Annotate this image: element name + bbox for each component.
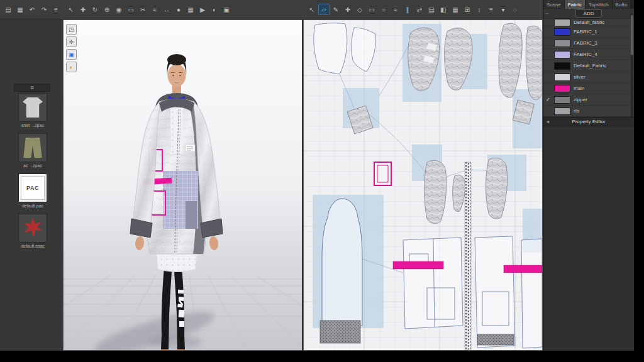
main-toolbar: ▤ ▦ ↶ ↷ ≡ ↖ ✚ ↻ ⊕ ◉ ▭ bbox=[0, 0, 543, 19]
segment-sewing-icon[interactable]: ∥ bbox=[402, 4, 413, 15]
library-panel-icon[interactable]: ▦ bbox=[14, 4, 26, 15]
circle-tool-icon[interactable]: ○ bbox=[378, 4, 389, 15]
avatar-foot-right bbox=[175, 349, 187, 350]
menu-icon[interactable]: ≡ bbox=[50, 4, 62, 15]
sewing-tool-icon[interactable]: ≈ bbox=[149, 4, 160, 15]
symmetric-tool-icon[interactable]: ⇄ bbox=[414, 4, 425, 15]
garment-design-app-window: ▤ ▦ ↶ ↷ ≡ ↖ ✚ ↻ ⊕ ◉ ▭ bbox=[0, 0, 644, 362]
simulate-icon[interactable]: ▶ bbox=[197, 4, 208, 15]
fabric-name-label: Default_Fabric bbox=[574, 63, 606, 69]
panel-tab[interactable]: Topstitch bbox=[586, 0, 613, 9]
coat[interactable] bbox=[130, 99, 223, 255]
select-tool-icon[interactable]: ↖ bbox=[65, 4, 77, 15]
redo-icon[interactable]: ↷ bbox=[38, 4, 50, 15]
avatar-display-icon[interactable]: ● bbox=[173, 4, 184, 15]
scissors-tool-icon[interactable]: ✂ bbox=[137, 4, 148, 15]
fabric-swatch[interactable] bbox=[554, 62, 570, 70]
fabric-swatch[interactable] bbox=[554, 40, 570, 47]
more-tools-icon[interactable]: ▾ bbox=[497, 4, 509, 15]
avatar-face bbox=[168, 64, 186, 87]
avatar-eye-right bbox=[179, 75, 180, 76]
library-file-item[interactable]: default.zpac bbox=[14, 214, 52, 248]
library-file-item[interactable]: PAC default.pac bbox=[14, 173, 52, 208]
fabric-list-scrollbar[interactable] bbox=[631, 14, 633, 117]
dart-tool-icon[interactable]: ◧ bbox=[438, 4, 449, 15]
texture-editor-icon[interactable]: ▦ bbox=[450, 4, 461, 15]
zoom-tool-icon[interactable]: ⊕ bbox=[101, 4, 113, 15]
file-name-label: default.zpac bbox=[21, 244, 45, 248]
move-tool-icon[interactable]: ✚ bbox=[77, 4, 89, 15]
internal-polygon-icon[interactable]: ▤ bbox=[426, 4, 437, 15]
pattern-transform-icon[interactable]: ▱ bbox=[318, 4, 330, 15]
fabric-list-item[interactable]: rib bbox=[543, 106, 634, 117]
3d-scene[interactable] bbox=[64, 20, 302, 350]
tape-tool-icon[interactable]: ▭ bbox=[125, 4, 136, 15]
trace-tool-icon[interactable]: ◌ bbox=[509, 4, 521, 15]
window-layout-icon[interactable]: ▤ bbox=[3, 4, 14, 15]
fabric-list-item[interactable]: FABRIC_1 bbox=[543, 26, 634, 38]
2d-pattern-canvas[interactable] bbox=[304, 20, 542, 350]
fabric-swatch[interactable] bbox=[554, 85, 570, 92]
collapse-icon[interactable]: − bbox=[546, 11, 549, 16]
snapshot-icon[interactable]: ▣ bbox=[221, 4, 232, 15]
scrollbar-thumb[interactable] bbox=[631, 15, 633, 55]
3d-viewport[interactable]: ◳ ✛ ▣ ◐ bbox=[63, 19, 303, 351]
render-style-icon[interactable]: ◐ bbox=[209, 4, 220, 15]
library-file-item[interactable]: ac_..zpac bbox=[14, 133, 52, 168]
fabric-list-item[interactable]: silver bbox=[543, 72, 634, 83]
render-mode-icon[interactable]: ▣ bbox=[66, 49, 77, 60]
file-thumbnail[interactable] bbox=[18, 133, 47, 162]
edit-pattern-icon[interactable]: ✎ bbox=[330, 4, 341, 15]
file-name-label: ac_..zpac bbox=[23, 163, 42, 168]
add-point-icon[interactable]: ✚ bbox=[342, 4, 353, 15]
pin-tool-icon[interactable]: ◉ bbox=[113, 4, 125, 15]
property-editor-arrow-icon[interactable]: ◄ bbox=[543, 119, 552, 124]
panel-tab[interactable]: Fabric bbox=[565, 0, 586, 9]
fabric-list-item[interactable]: ✓ zipper bbox=[543, 94, 634, 106]
fabric-list-item[interactable]: Default_Fabric bbox=[543, 60, 634, 72]
free-sewing-icon[interactable]: ≈ bbox=[390, 4, 401, 15]
rotate-view-icon[interactable]: ↻ bbox=[89, 4, 101, 15]
fabric-name-label: FABRIC_1 bbox=[574, 29, 597, 35]
fabric-check-icon[interactable]: ✓ bbox=[545, 97, 551, 102]
layer-tool-icon[interactable]: ≡ bbox=[486, 4, 497, 15]
panel-tab[interactable]: Scene bbox=[543, 0, 565, 9]
arrange-points-icon[interactable]: ▦ bbox=[185, 4, 196, 15]
2d-pattern-viewport[interactable] bbox=[303, 19, 543, 351]
fabric-list-item[interactable]: FABRIC_3 bbox=[543, 38, 634, 49]
library-panel-handle[interactable]: ≣ bbox=[14, 84, 50, 92]
light-toggle-icon[interactable]: ◐ bbox=[66, 62, 77, 72]
rectangle-tool-icon[interactable]: ▭ bbox=[366, 4, 377, 15]
file-type-badge: PAC bbox=[26, 185, 39, 191]
measure-tool-icon[interactable]: ↔ bbox=[161, 4, 172, 15]
property-editor-title: Property Editor bbox=[552, 119, 634, 124]
undo-icon[interactable]: ↶ bbox=[26, 4, 38, 15]
object-browser-tabs: Scene Fabric Topstitch Butto bbox=[543, 0, 634, 9]
fabric-list-item[interactable]: FABRIC_4 bbox=[543, 49, 634, 60]
fabric-swatch[interactable] bbox=[554, 28, 570, 36]
file-thumbnail[interactable] bbox=[18, 93, 47, 122]
fabric-swatch[interactable] bbox=[554, 51, 570, 58]
panel-tab[interactable]: Butto bbox=[613, 0, 631, 9]
pan-view-icon[interactable]: ✛ bbox=[66, 36, 77, 47]
add-fabric-button[interactable]: ADD bbox=[575, 9, 602, 18]
fabric-list-item[interactable]: Default_fabric bbox=[543, 19, 634, 26]
notch-tool-icon[interactable]: ↕ bbox=[474, 4, 485, 15]
fabric-swatch[interactable] bbox=[554, 107, 570, 115]
library-file-item[interactable]: shirt_..zpac bbox=[14, 93, 52, 128]
fabric-swatch[interactable] bbox=[554, 19, 570, 26]
3d-view-controls: ◳ ✛ ▣ ◐ bbox=[66, 24, 77, 72]
file-thumbnail[interactable] bbox=[18, 214, 47, 243]
fabric-swatch[interactable] bbox=[554, 74, 570, 81]
gizmo-cube-icon[interactable]: ◳ bbox=[66, 24, 77, 35]
property-editor-header[interactable]: ◄ Property Editor bbox=[543, 117, 634, 126]
show-grid-icon[interactable]: ⊞ bbox=[462, 4, 473, 15]
zipper-strip[interactable] bbox=[465, 162, 471, 349]
pattern-select-icon[interactable]: ↖ bbox=[306, 4, 318, 15]
fabric-list-item[interactable]: main bbox=[543, 83, 634, 94]
curve-edit-icon[interactable]: ◇ bbox=[354, 4, 365, 15]
right-panel: Scene Fabric Topstitch Butto − ADD Defau… bbox=[543, 0, 634, 351]
fabric-swatch[interactable] bbox=[554, 96, 570, 104]
avatar-model[interactable] bbox=[130, 54, 223, 350]
file-thumbnail[interactable]: PAC bbox=[18, 173, 47, 202]
